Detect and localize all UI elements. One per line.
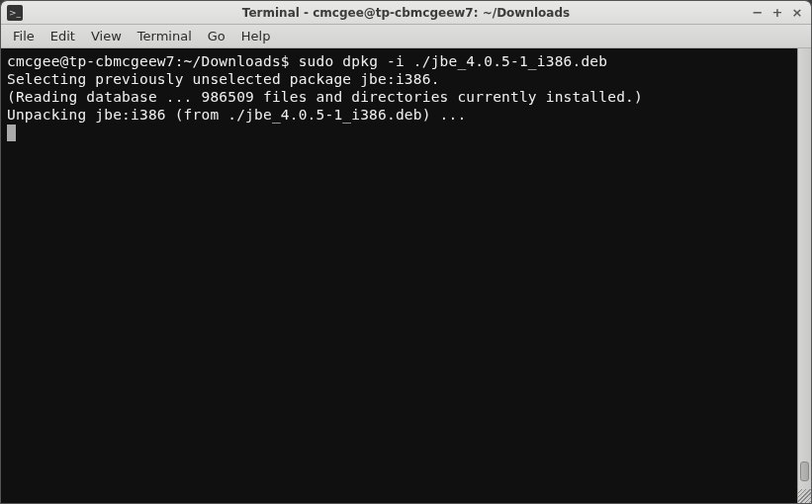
window-title: Terminal - cmcgee@tp-cbmcgeew7: ~/Downlo… bbox=[1, 6, 811, 20]
resize-grip-icon[interactable] bbox=[797, 489, 811, 503]
menu-file[interactable]: File bbox=[5, 27, 43, 45]
minimize-button[interactable]: − bbox=[750, 5, 766, 21]
menubar: File Edit View Terminal Go Help bbox=[1, 25, 811, 48]
prompt: cmcgee@tp-cbmcgeew7:~/Downloads$ bbox=[7, 53, 299, 69]
output-line: Selecting previously unselected package … bbox=[7, 71, 440, 87]
scrollbar-handle[interactable] bbox=[800, 462, 809, 481]
menu-go[interactable]: Go bbox=[200, 27, 233, 45]
terminal-area: cmcgee@tp-cbmcgeew7:~/Downloads$ sudo dp… bbox=[1, 48, 811, 503]
menu-view[interactable]: View bbox=[83, 27, 130, 45]
window-controls: − + × bbox=[750, 5, 811, 21]
menu-help[interactable]: Help bbox=[233, 27, 279, 45]
close-button[interactable]: × bbox=[789, 5, 805, 21]
output-line: (Reading database ... 986509 files and d… bbox=[7, 89, 643, 105]
menu-edit[interactable]: Edit bbox=[43, 27, 83, 45]
command-text: sudo dpkg -i ./jbe_4.0.5-1_i386.deb bbox=[299, 53, 608, 69]
scrollbar[interactable] bbox=[797, 48, 811, 503]
output-line: Unpacking jbe:i386 (from ./jbe_4.0.5-1_i… bbox=[7, 107, 466, 123]
menu-terminal[interactable]: Terminal bbox=[130, 27, 200, 45]
terminal-app-icon: >_ bbox=[7, 5, 23, 21]
cursor bbox=[7, 125, 16, 141]
titlebar[interactable]: >_ Terminal - cmcgee@tp-cbmcgeew7: ~/Dow… bbox=[1, 1, 811, 25]
terminal-content[interactable]: cmcgee@tp-cbmcgeew7:~/Downloads$ sudo dp… bbox=[1, 48, 797, 503]
maximize-button[interactable]: + bbox=[769, 5, 785, 21]
